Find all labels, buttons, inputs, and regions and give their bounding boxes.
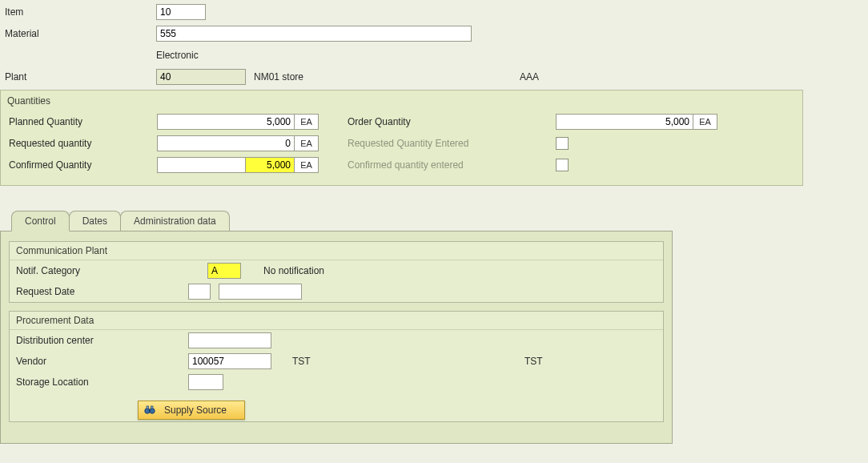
request-date-label: Request Date — [16, 286, 188, 297]
requested-qty-label: Requested quantity — [1, 138, 157, 149]
vendor-label: Vendor — [16, 356, 188, 367]
tab-administration-data[interactable]: Administration data — [120, 211, 230, 231]
supply-source-button[interactable]: Supply Source — [138, 401, 245, 420]
material-description: Electronic — [156, 50, 199, 61]
plant-extra: AAA — [520, 71, 539, 83]
requested-qty-input[interactable] — [157, 135, 295, 151]
plant-description: NM01 store — [254, 71, 303, 83]
notif-category-label: Notif. Category — [16, 265, 188, 276]
distribution-center-label: Distribution center — [16, 335, 188, 346]
confirmed-entered-label: Confirmed quantity entered — [348, 159, 556, 171]
tab-control[interactable]: Control — [11, 211, 70, 231]
order-qty-input[interactable] — [556, 114, 693, 130]
vendor-input[interactable] — [188, 353, 271, 369]
notif-category-desc: No notification — [263, 265, 324, 276]
tabstrip: Control Dates Administration data — [0, 208, 868, 231]
quantities-title: Quantities — [1, 94, 802, 110]
procurement-data-title: Procurement Data — [10, 312, 663, 330]
svg-rect-2 — [149, 410, 151, 412]
requested-qty-unit: EA — [295, 135, 319, 151]
planned-qty-label: Planned Quantity — [1, 116, 157, 127]
procurement-data-panel: Procurement Data Distribution center Ven… — [9, 311, 664, 422]
planned-qty-unit: EA — [295, 114, 319, 130]
vendor-name: TST — [292, 356, 524, 367]
svg-rect-4 — [151, 406, 153, 409]
confirmed-entered-checkbox[interactable] — [556, 159, 569, 171]
item-input[interactable] — [156, 4, 206, 20]
vendor-name-2: TST — [524, 356, 543, 367]
supply-source-label: Supply Source — [164, 405, 227, 416]
requested-entered-checkbox[interactable] — [556, 137, 569, 150]
storage-location-label: Storage Location — [16, 376, 188, 388]
tab-dates[interactable]: Dates — [69, 211, 121, 231]
planned-qty-input[interactable] — [157, 114, 295, 130]
tab-body-control: Communication Plant Notif. Category No n… — [0, 231, 673, 444]
notif-category-input[interactable] — [207, 263, 241, 279]
confirmed-qty-pad — [157, 157, 245, 173]
plant-input[interactable] — [156, 69, 246, 85]
item-label: Item — [0, 6, 156, 18]
order-qty-unit: EA — [693, 114, 717, 130]
order-qty-label: Order Quantity — [348, 116, 556, 127]
communication-plant-panel: Communication Plant Notif. Category No n… — [9, 241, 664, 303]
plant-label: Plant — [0, 71, 156, 83]
material-input[interactable] — [156, 26, 472, 42]
confirmed-qty-label: Confirmed Quantity — [1, 159, 157, 171]
confirmed-qty-unit: EA — [295, 157, 319, 173]
confirmed-qty-input[interactable] — [245, 157, 295, 173]
request-date-flag-input[interactable] — [188, 284, 211, 300]
request-date-input[interactable] — [219, 284, 302, 300]
svg-rect-3 — [147, 406, 148, 409]
communication-plant-title: Communication Plant — [10, 242, 663, 260]
quantities-section: Quantities Planned Quantity EA Order Qua… — [0, 90, 803, 186]
requested-entered-label: Requested Quantity Entered — [348, 138, 556, 149]
storage-location-input[interactable] — [188, 374, 223, 390]
material-label: Material — [0, 28, 156, 39]
distribution-center-input[interactable] — [188, 332, 271, 348]
binoculars-icon — [143, 404, 156, 417]
